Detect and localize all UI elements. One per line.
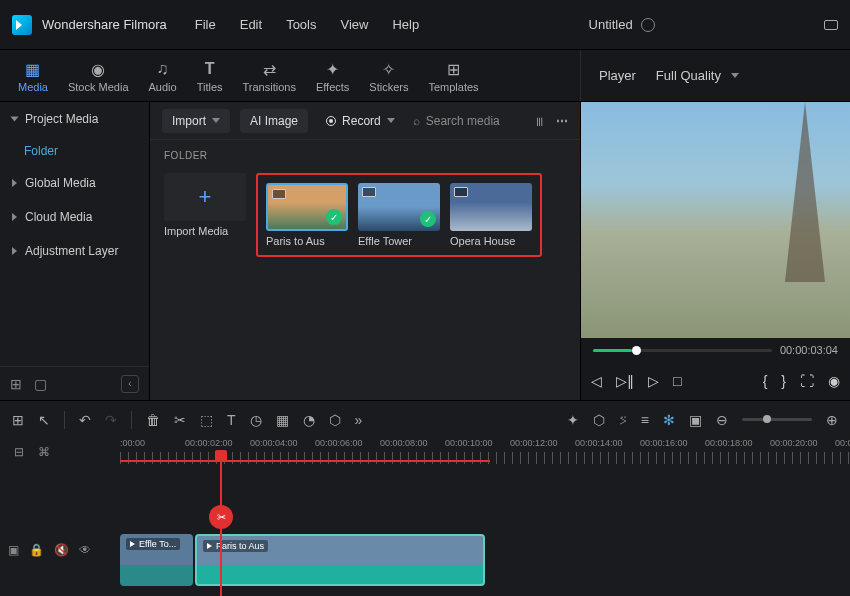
quality-dropdown[interactable]: Full Quality (656, 68, 739, 83)
sync-icon[interactable] (641, 18, 655, 32)
play-button[interactable]: ▷ (648, 373, 659, 389)
marker-icon[interactable]: ✻ (663, 412, 675, 428)
record-button[interactable]: Record (318, 109, 403, 133)
undo-icon[interactable]: ↶ (79, 412, 91, 428)
fullscreen-icon[interactable]: ⛶ (800, 373, 814, 389)
crop-icon[interactable]: ⬚ (200, 412, 213, 428)
zoom-in-icon[interactable]: ⊕ (826, 412, 838, 428)
chevron-down-icon (11, 117, 19, 122)
window-layout-icon[interactable] (824, 20, 838, 30)
preview-panel: 00:00:03:04 ◁ ▷‖ ▷ □ { } ⛶ ◉ (580, 102, 850, 400)
transitions-icon (259, 59, 279, 79)
media-icon (23, 59, 43, 79)
mute-icon[interactable]: 🔇 (54, 543, 69, 557)
timecode: 00:00:03:04 (780, 344, 838, 356)
chevron-right-icon (12, 247, 17, 255)
video-track-header: ▣ 🔒 🔇 👁 (0, 521, 120, 579)
split-button[interactable]: ✂ (209, 505, 233, 529)
menu-edit[interactable]: Edit (240, 17, 262, 32)
divider (64, 411, 65, 429)
chevron-down-icon (212, 118, 220, 123)
media-item-eiffel[interactable]: ✓ Effle Tower (358, 183, 440, 247)
mark-out-button[interactable]: } (781, 373, 786, 389)
sidebar-item-cloud-media[interactable]: Cloud Media (0, 200, 149, 234)
lock-icon[interactable]: 🔒 (29, 543, 44, 557)
media-thumbnail (450, 183, 532, 231)
keyframe-icon[interactable]: ⬡ (329, 412, 341, 428)
media-item-paris[interactable]: ✓ Paris to Aus (266, 183, 348, 247)
menu-view[interactable]: View (340, 17, 368, 32)
sidebar-item-global-media[interactable]: Global Media (0, 166, 149, 200)
tab-templates[interactable]: Templates (418, 55, 488, 101)
mark-in-button[interactable]: { (763, 373, 768, 389)
visibility-icon[interactable]: 👁 (79, 543, 91, 557)
mixer-icon[interactable]: ≡ (641, 412, 649, 428)
search-icon: ⌕ (413, 114, 420, 128)
zoom-out-icon[interactable]: ⊖ (716, 412, 728, 428)
voice-icon[interactable]: ⍩ (619, 412, 627, 428)
chevron-down-icon (731, 73, 739, 78)
folder-icon[interactable]: ▢ (34, 376, 47, 392)
preview-video[interactable] (581, 102, 850, 338)
clip-type-icon (272, 189, 286, 199)
timeline-ruler[interactable]: :00:00 00:00:02:00 00:00:04:00 00:00:06:… (120, 438, 850, 466)
tab-stock-media[interactable]: Stock Media (58, 55, 139, 101)
collapse-sidebar-button[interactable]: ‹ (121, 375, 139, 393)
snapshot-icon[interactable]: ◉ (828, 373, 840, 389)
zoom-slider[interactable] (742, 418, 812, 421)
track-toggle-icon[interactable]: ▣ (8, 543, 19, 557)
tab-media[interactable]: Media (8, 55, 58, 101)
color-icon[interactable]: ▦ (276, 412, 289, 428)
menu-tools[interactable]: Tools (286, 17, 316, 32)
sidebar-item-folder[interactable]: Folder (0, 136, 149, 166)
search-input[interactable]: ⌕ Search media (413, 114, 524, 128)
tab-stickers[interactable]: Stickers (359, 55, 418, 101)
delete-icon[interactable]: 🗑 (146, 412, 160, 428)
stock-icon (88, 59, 108, 79)
more-icon[interactable]: ⋯ (556, 114, 568, 128)
duration-icon[interactable]: ◔ (303, 412, 315, 428)
stop-button[interactable]: □ (673, 373, 681, 389)
timeline-toolbar: ⊞ ↖ ↶ ↷ 🗑 ✂ ⬚ T ◷ ▦ ◔ ⬡ » ✦ ⬡ ⍩ ≡ ✻ ▣ ⊖ … (0, 400, 850, 438)
cursor-icon[interactable]: ↖ (38, 412, 50, 428)
app-logo-icon (12, 15, 32, 35)
timeline-canvas[interactable]: :00:00 00:00:02:00 00:00:04:00 00:00:06:… (120, 438, 850, 596)
import-media-button[interactable]: + Import Media (164, 173, 246, 257)
more-icon[interactable]: » (355, 412, 363, 428)
playhead[interactable]: ✂ (220, 450, 222, 596)
speed-icon[interactable]: ◷ (250, 412, 262, 428)
tab-transitions[interactable]: Transitions (233, 55, 306, 101)
new-folder-icon[interactable]: ⊞ (10, 376, 22, 392)
ai-image-button[interactable]: AI Image (240, 109, 308, 133)
titlebar: Wondershare Filmora File Edit Tools View… (0, 0, 850, 50)
media-item-opera[interactable]: Opera House (450, 183, 532, 247)
tab-audio[interactable]: Audio (139, 55, 187, 101)
app-title: Wondershare Filmora (42, 17, 167, 32)
tab-titles[interactable]: Titles (187, 55, 233, 101)
tab-effects[interactable]: Effects (306, 55, 359, 101)
render-icon[interactable]: ▣ (689, 412, 702, 428)
redo-icon[interactable]: ↷ (105, 412, 117, 428)
magnet-icon[interactable]: ⌘ (38, 445, 50, 459)
effects-icon (323, 59, 343, 79)
play-pause-button[interactable]: ▷‖ (616, 373, 634, 389)
timeline-clip-eiffel[interactable]: Effle To... (120, 534, 193, 586)
grid-icon[interactable]: ⊞ (12, 412, 24, 428)
timeline-clip-paris[interactable]: Paris to Aus (195, 534, 485, 586)
enhance-icon[interactable]: ✦ (567, 412, 579, 428)
menu-help[interactable]: Help (392, 17, 419, 32)
menu-file[interactable]: File (195, 17, 216, 32)
progress-handle[interactable] (632, 346, 641, 355)
track-manage-icon[interactable]: ⊟ (14, 445, 24, 459)
filter-icon[interactable]: ⫼ (534, 114, 546, 128)
prev-frame-button[interactable]: ◁ (591, 373, 602, 389)
import-button[interactable]: Import (162, 109, 230, 133)
sidebar-item-project-media[interactable]: Project Media (0, 102, 149, 136)
cut-icon[interactable]: ✂ (174, 412, 186, 428)
stickers-icon (379, 59, 399, 79)
text-icon[interactable]: T (227, 412, 236, 428)
progress-bar[interactable] (593, 349, 772, 352)
sidebar-item-adjustment-layer[interactable]: Adjustment Layer (0, 234, 149, 268)
timeline-track-headers: ⊟ ⌘ ▣ 🔒 🔇 👁 (0, 438, 120, 596)
shield-icon[interactable]: ⬡ (593, 412, 605, 428)
